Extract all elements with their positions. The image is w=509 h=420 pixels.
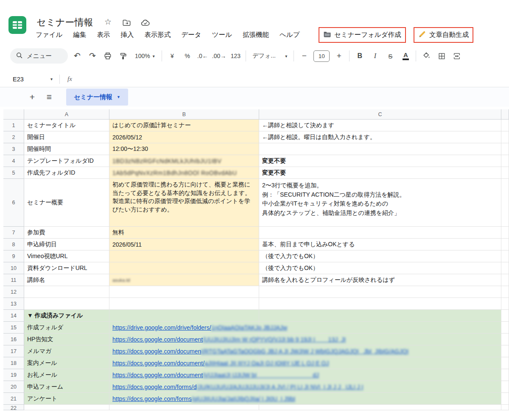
cell-A8[interactable]: 申込締切日 bbox=[24, 239, 109, 250]
menu-item-extensions[interactable]: 拡張機能 bbox=[243, 31, 269, 39]
toolbar-menu-search[interactable]: メニュー bbox=[10, 48, 68, 64]
row-header-16[interactable]: 16 bbox=[3, 334, 24, 345]
redo-button[interactable]: ↷ bbox=[87, 49, 98, 63]
font-size-input[interactable]: 10 bbox=[313, 50, 330, 62]
all-sheets-button[interactable]: ≡ bbox=[41, 92, 58, 102]
more-formats-button[interactable]: 123 bbox=[229, 49, 241, 63]
cell-A12[interactable] bbox=[24, 286, 109, 298]
cell-B8[interactable]: 2026/05/11 bbox=[109, 239, 259, 250]
strikethrough-button[interactable]: S bbox=[384, 49, 396, 63]
cell-B2[interactable]: 2026/05/12 bbox=[109, 131, 259, 143]
row-header-17[interactable]: 17 bbox=[3, 345, 24, 357]
menu-item-edit[interactable]: 編集 bbox=[73, 31, 86, 39]
sheet-tab-seminar-info[interactable]: セミナー情報 ▼ bbox=[66, 89, 128, 106]
print-button[interactable] bbox=[102, 49, 114, 63]
cell-B20[interactable]: https://docs.google.com/forms/d/JU/KUJU/… bbox=[109, 381, 259, 393]
cell-B12[interactable] bbox=[109, 286, 259, 298]
cell-C9[interactable]: （後で入力でもOK） bbox=[259, 250, 501, 262]
cell-A15[interactable]: 作成フォルダ bbox=[24, 322, 109, 334]
cell-D6[interactable] bbox=[501, 179, 509, 227]
cell-A6[interactable]: セミナー概要 bbox=[24, 179, 109, 227]
zoom-selector[interactable]: 100% ▾ bbox=[132, 53, 157, 59]
file-link-row-15[interactable]: https://drive.google.com/drive/folders/1… bbox=[112, 324, 287, 331]
cell-D7[interactable] bbox=[501, 227, 509, 239]
cell-C21[interactable] bbox=[259, 393, 501, 405]
row-header-20[interactable]: 20 bbox=[3, 381, 24, 393]
cell-D3[interactable] bbox=[501, 143, 509, 155]
cell-A22[interactable] bbox=[24, 405, 109, 410]
custom-menu-auto-text[interactable]: 文章自動生成 bbox=[414, 27, 473, 43]
cell-B14[interactable] bbox=[109, 310, 259, 322]
cell-A9[interactable]: Vimeo視聴URL bbox=[24, 250, 109, 262]
sheets-logo[interactable] bbox=[8, 15, 27, 36]
row-header-5[interactable]: 5 bbox=[3, 167, 24, 179]
cell-D22[interactable] bbox=[501, 405, 509, 410]
cell-D13[interactable] bbox=[501, 298, 509, 310]
cell-D1[interactable] bbox=[501, 120, 509, 131]
column-header-C[interactable]: C bbox=[259, 109, 501, 120]
menu-item-tools[interactable]: ツール bbox=[212, 31, 232, 39]
bold-button[interactable]: B bbox=[354, 49, 366, 63]
decrease-font-size-button[interactable]: − bbox=[298, 49, 310, 63]
decrease-decimal-button[interactable]: .0← bbox=[197, 49, 209, 63]
cell-A20[interactable]: 申込フォーム bbox=[24, 381, 109, 393]
cell-A10[interactable]: 資料ダウンロードURL bbox=[24, 262, 109, 274]
column-header-A[interactable]: A bbox=[24, 109, 109, 120]
cell-A3[interactable]: 開催時間 bbox=[24, 143, 109, 155]
row-header-13[interactable]: 13 bbox=[3, 298, 24, 310]
file-link-row-19[interactable]: https://docs.google.com/documentIVIJJIaa… bbox=[112, 372, 319, 378]
cell-C12[interactable] bbox=[259, 286, 501, 298]
cell-B13[interactable] bbox=[109, 298, 259, 310]
cell-B11[interactable]: asuka.td bbox=[109, 274, 259, 286]
cell-C15[interactable] bbox=[259, 322, 501, 334]
column-header-partial[interactable] bbox=[501, 109, 509, 120]
cell-C11[interactable]: 講師名を入れるとプロフィールが反映されるはず bbox=[259, 274, 501, 286]
document-title[interactable]: セミナー情報 bbox=[36, 16, 93, 29]
cell-A14[interactable]: ▼ 作成済みファイル bbox=[24, 310, 109, 322]
cell-B1[interactable]: はじめての原価計算セミナー bbox=[109, 120, 259, 131]
row-header-8[interactable]: 8 bbox=[3, 239, 24, 250]
menu-item-data[interactable]: データ bbox=[181, 31, 201, 39]
row-header-12[interactable]: 12 bbox=[3, 286, 24, 298]
file-link-row-18[interactable]: https://docs.google.com/document/aJIIHIa… bbox=[112, 360, 329, 367]
cell-C5[interactable]: 変更不要 bbox=[259, 167, 501, 179]
cell-C22[interactable] bbox=[259, 405, 501, 410]
cell-A2[interactable]: 開催日 bbox=[24, 131, 109, 143]
corner-cell[interactable] bbox=[3, 109, 24, 120]
row-header-9[interactable]: 9 bbox=[3, 250, 24, 262]
cell-B22[interactable] bbox=[109, 405, 259, 410]
menu-item-insert[interactable]: 挿入 bbox=[120, 31, 134, 39]
cell-D20[interactable] bbox=[501, 381, 509, 393]
menu-item-format[interactable]: 表示形式 bbox=[144, 31, 171, 39]
star-icon[interactable]: ☆ bbox=[104, 18, 112, 26]
paint-format-button[interactable] bbox=[117, 49, 129, 63]
cell-B6[interactable]: 初めて原価管理に携わる方に向けて、概要と業務に当たって必要となる基本的な知識をお… bbox=[109, 179, 259, 227]
row-header-21[interactable]: 21 bbox=[3, 393, 24, 405]
file-link-row-20[interactable]: https://docs.google.com/forms/d/JU/KUJU/… bbox=[112, 384, 363, 390]
cell-B9[interactable] bbox=[109, 250, 259, 262]
cell-A7[interactable]: 参加費 bbox=[24, 227, 109, 239]
menu-item-file[interactable]: ファイル bbox=[36, 31, 62, 39]
cell-B19[interactable]: https://docs.google.com/documentIVIJJIaa… bbox=[109, 369, 259, 381]
cell-C13[interactable] bbox=[259, 298, 501, 310]
row-header-19[interactable]: 19 bbox=[3, 369, 24, 381]
row-header-14[interactable]: 14 bbox=[3, 310, 24, 322]
row-header-10[interactable]: 10 bbox=[3, 262, 24, 274]
name-box[interactable]: E23 ▾ bbox=[13, 76, 53, 83]
cell-B7[interactable]: 無料 bbox=[109, 227, 259, 239]
font-family-selector[interactable]: デフォ... ▾ bbox=[250, 52, 289, 60]
undo-button[interactable]: ↶ bbox=[71, 49, 83, 63]
cell-C8[interactable]: 基本、前日まで申し込みOKとする bbox=[259, 239, 501, 250]
cell-C4[interactable]: 変更不要 bbox=[259, 155, 501, 167]
cell-B4[interactable]: 1BD3zNBzRGFcNdKMLkJUhIbJU1IBV bbox=[109, 155, 259, 167]
cell-B10[interactable] bbox=[109, 262, 259, 274]
cell-C14[interactable] bbox=[259, 310, 501, 322]
increase-decimal-button[interactable]: .00→ bbox=[212, 49, 226, 63]
file-link-row-21[interactable]: https://docs.google.com/forms/qIUJIIUUJI… bbox=[112, 395, 295, 402]
cell-B3[interactable]: 12:00〜12:30 bbox=[109, 143, 259, 155]
cell-C10[interactable]: （後で入力でもOK） bbox=[259, 262, 501, 274]
borders-button[interactable] bbox=[436, 49, 447, 63]
merge-cells-button[interactable] bbox=[451, 49, 463, 63]
cell-D12[interactable] bbox=[501, 286, 509, 298]
cell-A18[interactable]: 案内メール bbox=[24, 357, 109, 369]
